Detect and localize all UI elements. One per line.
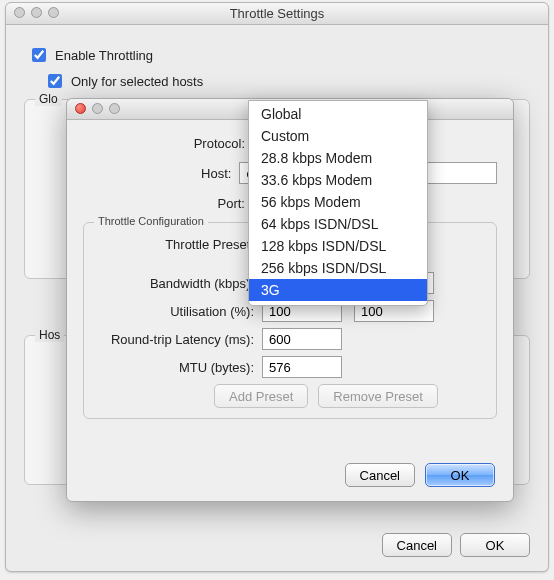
outer-cancel-button[interactable]: Cancel xyxy=(382,533,452,557)
port-label: Port: xyxy=(83,196,253,211)
zoom-icon[interactable] xyxy=(109,103,120,114)
preset-option[interactable]: 64 kbps ISDN/DSL xyxy=(249,213,427,235)
outer-title: Throttle Settings xyxy=(230,6,325,21)
rtt-input[interactable] xyxy=(262,328,342,350)
close-icon[interactable] xyxy=(14,7,25,18)
preset-option[interactable]: 256 kbps ISDN/DSL xyxy=(249,257,427,279)
preset-option[interactable]: 28.8 kbps Modem xyxy=(249,147,427,169)
mtu-input[interactable] xyxy=(262,356,342,378)
modal-ok-button[interactable]: OK xyxy=(425,463,495,487)
outer-traffic-lights xyxy=(14,7,59,18)
enable-throttling-row: Enable Throttling xyxy=(28,45,530,65)
minimize-icon[interactable] xyxy=(31,7,42,18)
close-icon[interactable] xyxy=(75,103,86,114)
minimize-icon[interactable] xyxy=(92,103,103,114)
zoom-icon[interactable] xyxy=(48,7,59,18)
preset-option[interactable]: 3G xyxy=(249,279,427,301)
preset-option[interactable]: Custom xyxy=(249,125,427,147)
enable-throttling-label: Enable Throttling xyxy=(55,48,153,63)
remove-preset-button: Remove Preset xyxy=(318,384,438,408)
modal-traffic-lights xyxy=(75,103,120,114)
modal-cancel-button[interactable]: Cancel xyxy=(345,463,415,487)
global-group-legend: Glo xyxy=(35,92,62,106)
outer-ok-button[interactable]: OK xyxy=(460,533,530,557)
modal-button-bar: Cancel OK xyxy=(345,463,495,487)
protocol-label: Protocol: xyxy=(83,136,253,151)
preset-option[interactable]: 128 kbps ISDN/DSL xyxy=(249,235,427,257)
preset-option[interactable]: Global xyxy=(249,103,427,125)
outer-titlebar: Throttle Settings xyxy=(6,3,548,25)
throttle-config-legend: Throttle Configuration xyxy=(94,215,208,227)
hosts-group-legend: Hos xyxy=(35,328,64,342)
outer-button-bar: Cancel OK xyxy=(382,533,530,557)
only-selected-label: Only for selected hosts xyxy=(71,74,203,89)
enable-throttling-checkbox[interactable] xyxy=(32,48,46,62)
throttle-preset-dropdown[interactable]: GlobalCustom28.8 kbps Modem33.6 kbps Mod… xyxy=(248,100,428,306)
add-preset-button: Add Preset xyxy=(214,384,308,408)
preset-option[interactable]: 33.6 kbps Modem xyxy=(249,169,427,191)
preset-option[interactable]: 56 kbps Modem xyxy=(249,191,427,213)
utilisation-label: Utilisation (%): xyxy=(96,304,262,319)
host-label: Host: xyxy=(83,166,239,181)
bandwidth-label: Bandwidth (kbps): xyxy=(96,276,262,291)
only-selected-row: Only for selected hosts xyxy=(44,71,530,91)
mtu-label: MTU (bytes): xyxy=(96,360,262,375)
only-selected-checkbox[interactable] xyxy=(48,74,62,88)
throttle-preset-label: Throttle Preset: xyxy=(96,237,262,252)
rtt-label: Round-trip Latency (ms): xyxy=(96,332,262,347)
